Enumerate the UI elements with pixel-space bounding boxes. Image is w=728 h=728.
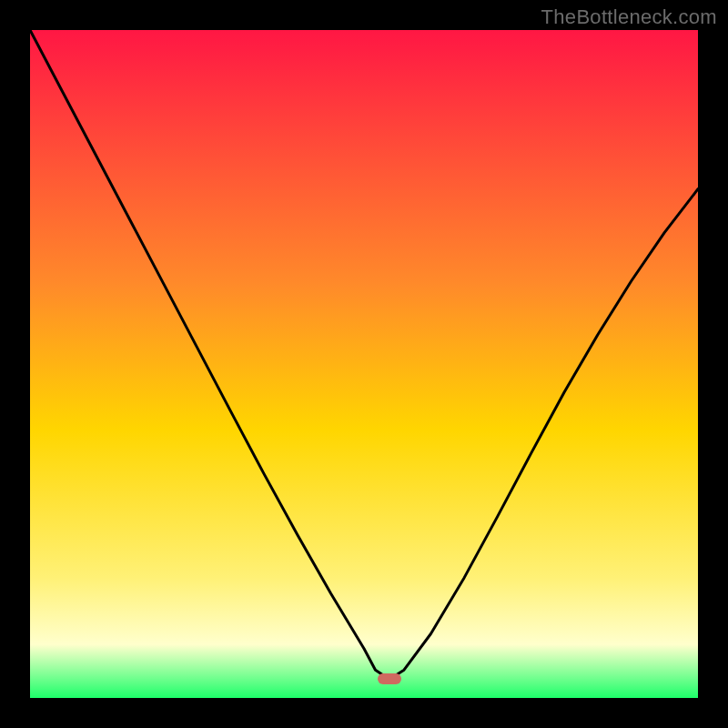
watermark-label: TheBottleneck.com [541, 5, 717, 29]
plot-background [30, 30, 698, 698]
chart-frame: TheBottleneck.com [0, 0, 728, 728]
optimum-marker [378, 673, 401, 684]
bottleneck-chart [0, 0, 728, 728]
